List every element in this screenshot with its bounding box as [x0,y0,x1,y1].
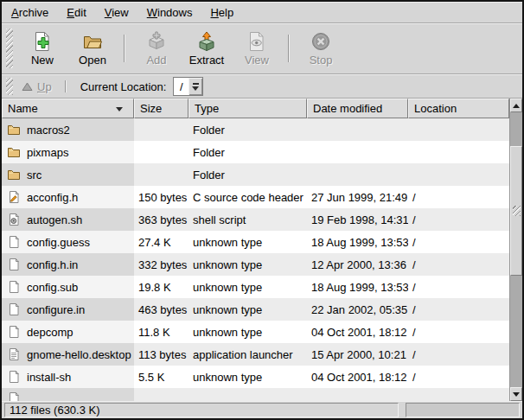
cell-text-location: / [412,281,416,294]
column-header-location[interactable]: Location [408,99,509,118]
table-row[interactable]: acconfig.h150 bytesC source code header2… [2,186,509,208]
cell-text-size: 11.8 K [138,326,170,339]
statusbar: 112 files (630.3 K) [2,401,522,418]
table-row[interactable]: srcFolder [2,163,509,186]
table-row[interactable]: depcomp11.8 Kunknown type04 Oct 2001, 18… [2,321,509,343]
cell-text-name: config.sub [27,281,78,294]
menu-item-edit[interactable]: Edit [61,3,92,22]
cell-size: 5.5 K [134,366,189,388]
table-row[interactable]: config.guess27.4 Kunknown type18 Aug 199… [2,231,509,253]
cell-date [307,118,408,141]
location-combo[interactable]: / [173,77,203,96]
cell-text-type: unknown type [193,281,262,294]
cell-text-location: / [412,326,416,339]
up-arrow-icon [22,82,33,92]
locbar-separator [65,80,67,92]
toolbar: NewOpenAddExtractViewStop [2,23,522,74]
new-button[interactable]: New [17,29,67,68]
toolbar-button-label: Stop [310,54,333,67]
cell-size [134,388,189,401]
menubar: ArchiveEditViewWindowsHelp [2,2,522,23]
menu-item-view[interactable]: View [99,3,135,22]
cell-text-location: / [412,371,416,384]
stop-icon [310,30,331,53]
cell-location: / [408,366,509,388]
column-header-label: Date modified [313,102,382,115]
table-row[interactable]: macros2Folder [2,118,509,141]
extract-icon [196,30,217,53]
toolbar-drag-handle[interactable] [6,29,13,68]
table-row[interactable]: config.h.in332 bytesunknown type12 Apr 2… [2,253,509,276]
location-combo-dropdown-button[interactable] [189,78,202,95]
cell-text-size: 332 bytes [138,258,187,271]
column-header-size[interactable]: Size [134,99,189,118]
cell-date: 18 Aug 1999, 13:53 [307,276,408,298]
cell-text-location: / [412,213,416,226]
extract-button[interactable]: Extract [182,29,232,68]
table-row[interactable]: pixmapsFolder [2,141,509,163]
table-row[interactable]: configure.in463 bytesunknown type22 Jan … [2,298,509,321]
cell-name: src [2,163,134,186]
locbar-drag-handle[interactable] [6,78,13,95]
sort-indicator-icon [116,107,123,115]
open-button[interactable]: Open [67,29,118,68]
cell-location [408,388,509,401]
column-header-type[interactable]: Type [189,99,307,118]
text-file-icon [7,302,21,316]
cell-text-date: 18 Aug 1999, 13:53 [311,281,408,294]
scrollbar-thumb[interactable] [510,146,522,276]
cell-text-size: 27.4 K [138,236,171,249]
cell-text-date: 18 Aug 1999, 13:53 [311,236,408,249]
cell-text-date: 04 Oct 2001, 18:12 [311,326,407,339]
cell-location [408,141,509,163]
add-files-icon [146,30,167,53]
cell-location: / [408,208,509,231]
up-button[interactable]: Up [17,79,59,95]
text-file-icon [7,258,21,271]
cell-name: config.sub [2,276,134,298]
cell-name: acconfig.h [2,186,134,208]
cell-size: 11.8 K [134,321,189,343]
menu-item-windows[interactable]: Windows [141,3,199,22]
cell-text-name: configure.in [27,303,85,316]
menu-item-help[interactable]: Help [204,3,240,22]
add-button[interactable]: Add [131,29,182,68]
cell-text-location: / [412,236,416,249]
cell-text-type: shell script [193,213,246,226]
column-header-date-modified[interactable]: Date modified [307,99,408,118]
cell-text-name: gnome-hello.desktop [27,348,131,361]
cell-name: autogen.sh [2,208,134,231]
combo-indicator-bar [193,83,199,85]
cell-size: 150 bytes [134,186,189,208]
scrollbar-trough[interactable] [510,112,522,387]
cell-type: unknown type [189,298,307,321]
cell-date: 27 Jun 1999, 21:49 [307,186,408,208]
stop-button[interactable]: Stop [296,29,346,68]
menu-item-archive[interactable]: Archive [5,3,54,22]
scrollbar-up-button[interactable] [510,99,522,112]
cell-size: 363 bytes [134,208,189,231]
cell-name: config.guess [2,231,134,253]
toolbar-separator [124,35,125,62]
cell-type: Folder [189,118,307,141]
file-list-main: NameSizeTypeDate modifiedLocation macros… [2,99,509,401]
cell-date [307,163,408,186]
column-header-name[interactable]: Name [2,99,134,118]
cell-text-type: unknown type [193,236,262,249]
table-row[interactable]: install-sh5.5 Kunknown type04 Oct 2001, … [2,366,509,388]
view-button[interactable]: View [232,29,282,68]
vertical-scrollbar[interactable] [509,99,522,401]
table-row[interactable]: config.sub19.8 Kunknown type18 Aug 1999,… [2,276,509,298]
scrollbar-down-button[interactable] [510,387,522,401]
cell-text-type: unknown type [193,258,262,271]
file-list: NameSizeTypeDate modifiedLocation macros… [2,99,522,401]
cell-type: unknown type [189,276,307,298]
table-row-clipped[interactable] [2,388,509,401]
cell-size [134,163,189,186]
cell-text-size: 150 bytes [138,191,187,204]
table-row[interactable]: gnome-hello.desktop113 bytesapplication … [2,343,509,366]
cell-type: unknown type [189,253,307,276]
cell-date: 12 Apr 2000, 13:36 [307,253,408,276]
table-row[interactable]: autogen.sh363 bytesshell script19 Feb 19… [2,208,509,231]
cell-size: 332 bytes [134,253,189,276]
